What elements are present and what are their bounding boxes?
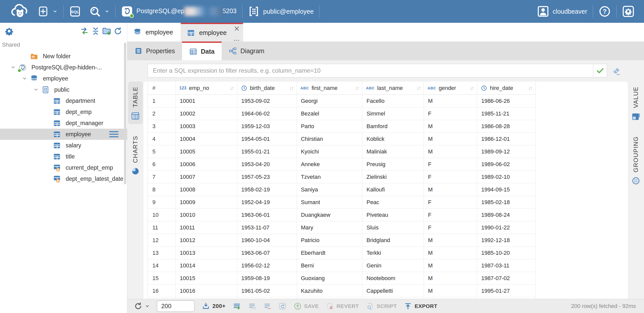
save-button[interactable]: SAVE: [294, 302, 319, 310]
grid-cell[interactable]: F: [424, 209, 477, 221]
fetch-more-button[interactable]: 200+: [202, 302, 226, 310]
row-number-cell[interactable]: 7: [148, 171, 176, 183]
column-header-emp_no[interactable]: 123emp_no↓↑: [176, 82, 237, 94]
revert-button[interactable]: REVERT: [326, 302, 359, 310]
grid-cell[interactable]: 1986-12-01: [477, 133, 536, 145]
close-icon[interactable]: [233, 25, 240, 32]
grid-cell[interactable]: 1960-10-04: [237, 234, 297, 246]
grid-cell[interactable]: 10007: [176, 171, 237, 183]
auto-refresh-button[interactable]: [278, 302, 287, 310]
grid-cell[interactable]: Simmel: [362, 107, 424, 120]
grid-cell[interactable]: 10010: [176, 209, 237, 221]
grid-cell[interactable]: 1989-09-12: [477, 145, 536, 158]
expander-chevron-icon[interactable]: [7, 64, 19, 70]
grid-cell[interactable]: 1985-02-18: [477, 196, 536, 208]
tab-employee-object[interactable]: employee: [127, 23, 181, 42]
grid-cell[interactable]: M: [424, 285, 477, 297]
grid-cell[interactable]: 1986-08-28: [477, 120, 536, 132]
row-number-cell[interactable]: 8: [148, 183, 176, 196]
tree-item-employee[interactable]: employee: [0, 129, 127, 140]
grid-cell[interactable]: 1953-04-20: [237, 158, 297, 170]
grid-cell[interactable]: Peac: [362, 196, 424, 208]
grid-cell[interactable]: 1953-11-07: [237, 221, 297, 234]
user-menu[interactable]: cloudbeaver: [533, 0, 591, 23]
rail-tab-charts[interactable]: CHARTS: [128, 131, 143, 179]
grid-cell[interactable]: 1985-10-20: [477, 247, 536, 259]
tree-item-PostgreSQLep-hidden-[interactable]: PostgreSQL@ep-hidden-...: [0, 62, 127, 73]
column-header-hire_date[interactable]: hire_date↓↑: [477, 82, 536, 94]
tree-item-public[interactable]: public: [0, 84, 127, 95]
row-number-cell[interactable]: 12: [148, 234, 176, 246]
collapse-all-button[interactable]: [90, 26, 101, 37]
grid-cell[interactable]: M: [424, 133, 477, 145]
column-header-last_name[interactable]: ABClast_name↓↑: [362, 82, 424, 94]
app-logo[interactable]: [6, 0, 33, 23]
grid-cell[interactable]: 1994-09-15: [477, 183, 536, 196]
grid-cell[interactable]: 1989-08-24: [477, 209, 536, 221]
grid-cell[interactable]: 10005: [176, 145, 237, 158]
grid-cell[interactable]: 10013: [176, 247, 237, 259]
rail-tab-value[interactable]: VALUE: [629, 82, 643, 125]
grid-cell[interactable]: 10012: [176, 234, 237, 246]
row-number-cell[interactable]: 10: [148, 209, 176, 221]
sort-icon[interactable]: ↓↑: [469, 85, 473, 91]
tree-item-department[interactable]: department: [0, 95, 127, 106]
tools-button[interactable]: [85, 0, 114, 23]
grid-cell[interactable]: Berni: [297, 259, 363, 272]
grid-cell[interactable]: 1963-06-01: [237, 209, 297, 221]
grid-cell[interactable]: F: [424, 171, 477, 183]
sort-icon[interactable]: ↓↑: [288, 85, 293, 91]
grid-cell[interactable]: Kyoichi: [297, 145, 363, 158]
grid-cell[interactable]: 1959-08-19: [237, 272, 297, 284]
grid-cell[interactable]: F: [424, 107, 477, 120]
script-button[interactable]: SCRIPT: [366, 302, 397, 310]
grid-cell[interactable]: Maliniak: [362, 145, 424, 158]
grid-cell[interactable]: 1986-06-26: [477, 95, 536, 107]
grid-cell[interactable]: Guoxiang: [297, 272, 363, 284]
grid-cell[interactable]: Chirstian: [297, 133, 363, 145]
grid-cell[interactable]: F: [424, 158, 477, 170]
grid-cell[interactable]: Saniya: [297, 183, 363, 196]
row-number-cell[interactable]: 3: [148, 120, 176, 132]
grid-cell[interactable]: 1953-09-02: [237, 95, 297, 107]
grid-cell[interactable]: Sumant: [297, 196, 363, 208]
grid-cell[interactable]: M: [424, 95, 477, 107]
delete-row-button[interactable]: [263, 302, 271, 310]
grid-cell[interactable]: 10009: [176, 196, 237, 208]
grid-cell[interactable]: Parto: [297, 120, 363, 132]
grid-cell[interactable]: Nooteboom: [362, 272, 424, 284]
grid-cell[interactable]: M: [424, 183, 477, 196]
sidebar-scrollbar[interactable]: [124, 43, 126, 184]
tab-overflow-dots[interactable]: ...: [234, 36, 240, 42]
grid-cell[interactable]: 1955-01-21: [237, 145, 297, 158]
rail-tab-grouping[interactable]: GROUPING: [629, 131, 643, 189]
add-row-button[interactable]: [233, 302, 241, 310]
row-number-cell[interactable]: 9: [148, 196, 176, 208]
tab-diagram[interactable]: Diagram: [222, 42, 271, 60]
grid-cell[interactable]: Bridgland: [362, 234, 424, 246]
row-number-cell[interactable]: 1: [148, 95, 176, 107]
grid-cell[interactable]: Eberhardt: [297, 247, 363, 259]
row-number-cell[interactable]: 15: [148, 272, 176, 284]
grid-cell[interactable]: Bamford: [362, 120, 424, 132]
grid-cell[interactable]: M: [424, 259, 477, 272]
grid-cell[interactable]: 1989-06-02: [477, 158, 536, 170]
tree-item-employee[interactable]: employee: [0, 73, 127, 84]
tree-item-dept_manager[interactable]: dept_manager: [0, 118, 127, 129]
grid-cell[interactable]: F: [424, 196, 477, 208]
grid-cell[interactable]: 1990-01-22: [477, 221, 536, 234]
grid-cell[interactable]: 1961-05-02: [237, 285, 297, 297]
grid-cell[interactable]: Piveteau: [362, 209, 424, 221]
new-object-button[interactable]: [33, 0, 62, 23]
grid-cell[interactable]: 1956-02-12: [237, 259, 297, 272]
settings-button[interactable]: [618, 0, 638, 23]
grid-cell[interactable]: 1958-02-19: [237, 183, 297, 196]
grid-cell[interactable]: 10015: [176, 272, 237, 284]
column-header-birth_date[interactable]: birth_date↓↑: [237, 82, 297, 94]
tree-item-dept_emp_latest_date[interactable]: dept_emp_latest_date: [0, 173, 127, 184]
export-button[interactable]: EXPORT: [404, 302, 437, 310]
tree-item-salary[interactable]: salary: [0, 140, 127, 151]
grid-cell[interactable]: F: [424, 221, 477, 234]
tab-data[interactable]: Data: [182, 42, 222, 60]
grid-cell[interactable]: Facello: [362, 95, 424, 107]
